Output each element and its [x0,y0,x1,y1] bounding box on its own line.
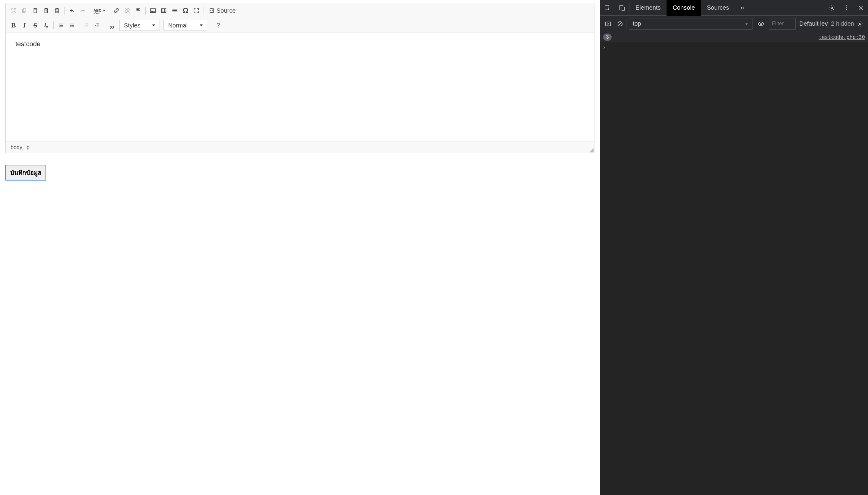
svg-text:T: T [46,10,47,12]
undo-button[interactable] [66,5,77,16]
eye-icon [758,20,764,27]
remove-format-button[interactable]: Ix [41,20,52,31]
strike-button[interactable]: S [30,20,41,31]
ckeditor-toolbar-row2: B I S Ix 123 ,, Styles [6,18,594,33]
spellcheck-button[interactable]: ABC ▼ [92,5,107,16]
horizontal-rule-button[interactable] [169,5,180,16]
toolbar-separator [64,7,65,15]
numbered-list-button[interactable]: 123 [55,20,66,31]
outdent-button [81,20,92,31]
italic-button[interactable]: I [19,20,30,31]
table-button[interactable] [158,5,169,16]
maximize-button[interactable] [191,5,202,16]
tab-console[interactable]: Console [667,0,701,16]
inspect-element-button[interactable] [600,0,615,16]
more-tabs-button[interactable]: » [735,0,749,16]
special-char-button[interactable]: Ω [180,5,191,16]
source-icon [209,7,215,14]
paste-text-button[interactable]: T [41,5,52,16]
svg-point-21 [760,23,762,25]
toolbar-separator [109,7,109,15]
resize-handle[interactable] [589,148,594,152]
redo-icon [79,7,86,14]
console-message-row: 3 testcode.php:30 [600,32,868,42]
console-settings-button[interactable] [854,16,866,32]
toolbar-separator [53,21,54,29]
paste-word-button[interactable]: W [52,5,63,16]
context-label: top [633,20,641,27]
console-prompt[interactable]: › [600,42,868,52]
indent-icon [95,23,100,28]
kebab-icon [843,4,850,11]
cut-button [8,5,19,16]
link-button[interactable] [111,5,122,16]
path-p[interactable]: p [26,144,30,151]
inspect-icon [604,4,611,11]
filter-input[interactable] [769,18,796,30]
svg-point-18 [846,9,847,10]
clear-console-button[interactable] [614,16,626,32]
paste-button[interactable] [30,5,41,16]
bold-button[interactable]: B [8,20,19,31]
source-button[interactable]: Source [206,5,238,16]
svg-rect-4 [162,9,166,13]
ckeditor: T W ABC ▼ [5,3,595,153]
svg-rect-19 [606,22,611,25]
path-body[interactable]: body [11,144,22,151]
devtools-tabs: Elements Console Sources » [600,0,868,16]
omega-icon: Ω [182,6,188,15]
tab-sources[interactable]: Sources [701,0,735,16]
format-combo[interactable]: Normal [163,20,207,31]
svg-point-17 [846,7,847,8]
console-toolbar: top ▼ Default levels 2 hidden [600,16,868,32]
copy-button [19,5,30,16]
chevron-down-icon: ▼ [744,21,748,26]
help-icon: ? [216,21,220,29]
tab-elements[interactable]: Elements [630,0,667,16]
styles-label: Styles [124,22,140,29]
italic-icon: I [23,21,26,29]
save-button[interactable]: บันทึกข้อมูล [5,165,46,181]
devtools-separator [828,19,828,29]
paste-text-icon: T [43,7,50,14]
context-selector[interactable]: top ▼ [629,18,752,30]
gear-icon [857,20,864,27]
devtools-separator [626,19,626,29]
clear-icon [617,20,623,27]
editor-content-text: testcode [15,40,584,48]
about-button[interactable]: ? [213,20,224,31]
gear-icon [829,4,835,11]
svg-point-3 [152,10,152,11]
settings-button[interactable] [825,0,839,16]
bulleted-list-button[interactable] [66,20,77,31]
format-label: Normal [168,22,187,29]
link-icon [113,7,120,14]
horizontal-rule-icon [171,7,178,14]
log-levels-selector[interactable]: Default levels [797,20,828,27]
svg-point-9 [70,23,71,24]
copy-icon [21,7,28,14]
blockquote-button[interactable]: ,, [107,20,118,31]
menu-button[interactable] [839,0,853,16]
message-source-link[interactable]: testcode.php:30 [818,34,865,40]
svg-point-15 [831,7,833,9]
image-button[interactable] [147,5,158,16]
live-expression-button[interactable] [755,16,767,32]
message-count-badge[interactable]: 3 [603,34,612,41]
console-sidebar-toggle[interactable] [602,16,614,32]
svg-rect-14 [622,7,624,10]
styles-combo[interactable]: Styles [120,20,160,31]
maximize-icon [193,7,200,14]
paste-icon [32,7,39,14]
close-devtools-button[interactable] [853,0,868,16]
device-toggle-button[interactable] [615,0,629,16]
bulleted-list-icon [69,23,74,28]
ckeditor-content[interactable]: testcode [6,33,594,141]
hidden-count[interactable]: 2 hidden [831,20,854,27]
outdent-icon [84,23,89,28]
indent-button[interactable] [92,20,103,31]
anchor-button[interactable] [133,5,144,16]
quote-icon: ,, [110,22,114,27]
cut-icon [10,7,17,14]
console-body[interactable]: › [600,42,868,495]
